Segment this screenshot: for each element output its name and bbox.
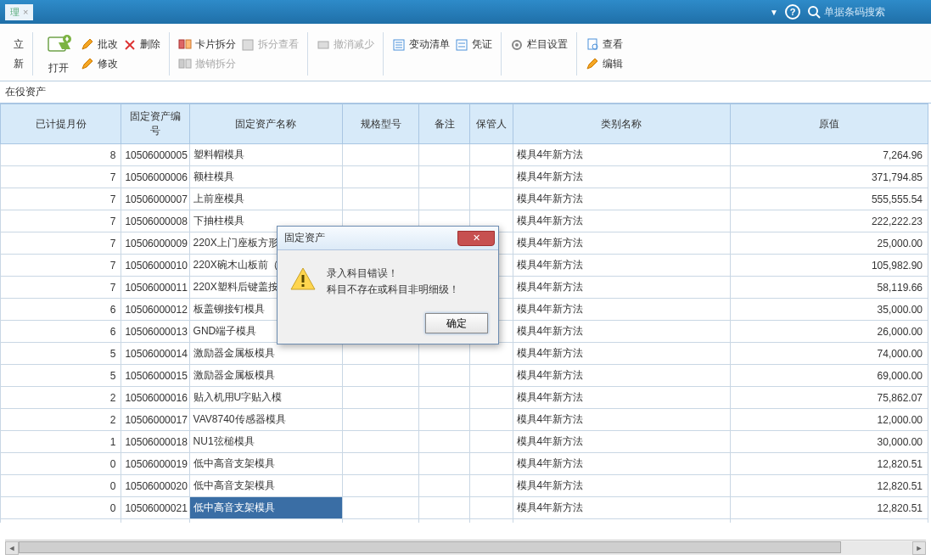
xin-button[interactable]: 新 (14, 57, 24, 71)
col-month[interactable]: 已计提月份 (1, 104, 121, 144)
cell-keeper (470, 144, 513, 166)
col-spec[interactable]: 规格型号 (343, 104, 419, 144)
cell-month: 0 (1, 497, 121, 519)
cell-category: 模具4年新方法 (513, 343, 731, 365)
svg-point-24 (515, 43, 519, 47)
help-icon[interactable]: ? (785, 4, 800, 20)
table-row[interactable]: 710506000007上前座模具模具4年新方法555,555.54 (1, 188, 928, 210)
cell-category: 模具4年新方法 (513, 431, 731, 453)
cell-category: 模具4年新方法 (513, 166, 731, 188)
cell-asset-no: 10506000007 (121, 188, 189, 210)
table-row[interactable]: 010506000021低中高音支架模具模具4年新方法12,820.51 (1, 497, 928, 519)
horizontal-scrollbar[interactable]: ◄ ► (5, 540, 926, 555)
total-value: 1,805,776.56 (731, 519, 928, 524)
col-keeper[interactable]: 保管人 (470, 104, 513, 144)
cell-asset-name: VAV8740传感器模具 (189, 409, 342, 431)
cell-spec (343, 166, 419, 188)
table-row[interactable]: 010506000019低中高音支架模具模具4年新方法12,820.51 (1, 453, 928, 475)
col-asset-name[interactable]: 固定资产名称 (189, 104, 342, 144)
table-row[interactable]: 510506000015激励器金属板模具模具4年新方法69,000.00 (1, 365, 928, 387)
scroll-left-icon[interactable]: ◄ (5, 541, 19, 555)
column-settings-button[interactable]: 栏目设置 (510, 37, 568, 52)
cell-asset-no: 10506000006 (121, 166, 189, 188)
change-list-button[interactable]: 变动清单 (392, 37, 450, 52)
cell-value: 35,000.00 (731, 299, 928, 321)
cell-category: 模具4年新方法 (513, 497, 731, 519)
table-row[interactable]: 110506000018NU1弦槌模具模具4年新方法30,000.00 (1, 431, 928, 453)
cell-category: 模具4年新方法 (513, 387, 731, 409)
scroll-track[interactable] (19, 541, 912, 555)
dialog-close-button[interactable]: ✕ (457, 231, 495, 246)
split-icon (178, 37, 192, 51)
batch-edit-button[interactable]: 批改 (81, 37, 118, 52)
cell-value: 74,000.00 (731, 343, 928, 365)
undo-reduce-button: 撤消减少 (317, 37, 374, 52)
cell-asset-no: 10506000008 (121, 210, 189, 232)
cell-keeper (470, 453, 513, 475)
ok-button[interactable]: 确定 (425, 313, 488, 333)
cell-asset-no: 10506000017 (121, 409, 189, 431)
undo-split-button: 撤销拆分 (178, 57, 236, 71)
view-button[interactable]: 查看 (586, 37, 623, 52)
li-button[interactable]: 立 (14, 37, 24, 52)
cell-month: 5 (1, 343, 121, 365)
search-icon (807, 5, 821, 19)
cell-value: 69,000.00 (731, 365, 928, 387)
cell-category: 模具4年新方法 (513, 299, 731, 321)
col-category[interactable]: 类别名称 (513, 104, 731, 144)
cell-value: 75,862.07 (731, 387, 928, 409)
voucher-button[interactable]: 凭证 (455, 37, 492, 52)
cell-remark (419, 497, 470, 519)
cell-asset-name: 激励器金属板模具 (189, 343, 342, 365)
modify-button[interactable]: 修改 (81, 57, 118, 71)
cell-month: 7 (1, 210, 121, 232)
cell-asset-no: 10506000018 (121, 431, 189, 453)
cell-spec (343, 475, 419, 497)
cell-month: 1 (1, 431, 121, 453)
cell-keeper (470, 497, 513, 519)
delete-button[interactable]: 删除 (123, 37, 160, 52)
col-remark[interactable]: 备注 (419, 104, 470, 144)
cell-category: 模具4年新方法 (513, 188, 731, 210)
undo-reduce-icon (317, 38, 330, 52)
close-tab-icon[interactable]: × (23, 7, 28, 17)
cell-remark (419, 409, 470, 431)
open-button[interactable]: 打开 (42, 31, 76, 77)
table-row[interactable]: 510506000014激励器金属板模具模具4年新方法74,000.00 (1, 343, 928, 365)
table-row[interactable]: 810506000005塑料帽模具模具4年新方法7,264.96 (1, 144, 928, 166)
dialog-titlebar[interactable]: 固定资产 ✕ (278, 227, 498, 250)
svg-rect-11 (186, 40, 191, 48)
gear-icon (510, 38, 524, 52)
scroll-right-icon[interactable]: ► (912, 541, 926, 555)
table-row[interactable]: 710506000006额柱模具模具4年新方法371,794.85 (1, 166, 928, 188)
table-row[interactable]: 210506000017VAV8740传感器模具模具4年新方法12,000.00 (1, 409, 928, 431)
grid-header-row: 已计提月份 固定资产编号 固定资产名称 规格型号 备注 保管人 类别名称 原值 (1, 104, 928, 144)
cell-month: 7 (1, 255, 121, 277)
svg-rect-10 (179, 40, 184, 48)
svg-marker-6 (82, 39, 93, 49)
col-asset-no[interactable]: 固定资产编号 (121, 104, 189, 144)
cell-value: 12,000.00 (731, 409, 928, 431)
cell-asset-no: 10506000021 (121, 497, 189, 519)
col-orig-value[interactable]: 原值 (731, 104, 928, 144)
active-tab[interactable]: 理 × (5, 4, 33, 20)
edit-button[interactable]: 编辑 (586, 57, 623, 71)
cell-asset-no: 10506000010 (121, 255, 189, 277)
chevron-down-icon[interactable]: ▼ (770, 8, 778, 17)
scroll-thumb[interactable] (19, 541, 841, 553)
undo-icon (178, 57, 192, 70)
cell-asset-name: 额柱模具 (189, 166, 342, 188)
cell-remark (419, 387, 470, 409)
cell-category: 模具4年新方法 (513, 255, 731, 277)
cell-value: 12,820.51 (731, 475, 928, 497)
search-box[interactable]: 单据条码搜索 (807, 5, 926, 20)
svg-marker-7 (82, 59, 93, 69)
card-split-button[interactable]: 卡片拆分 (178, 37, 236, 52)
delete-icon (123, 38, 137, 52)
pencil-icon (81, 37, 94, 51)
table-row[interactable]: 010506000020低中高音支架模具模具4年新方法12,820.51 (1, 475, 928, 497)
table-row[interactable]: 210506000016贴入机用U字贴入模模具4年新方法75,862.07 (1, 387, 928, 409)
view-doc-icon (586, 37, 599, 51)
cell-asset-name: 激励器金属板模具 (189, 365, 342, 387)
cell-value: 26,000.00 (731, 321, 928, 343)
